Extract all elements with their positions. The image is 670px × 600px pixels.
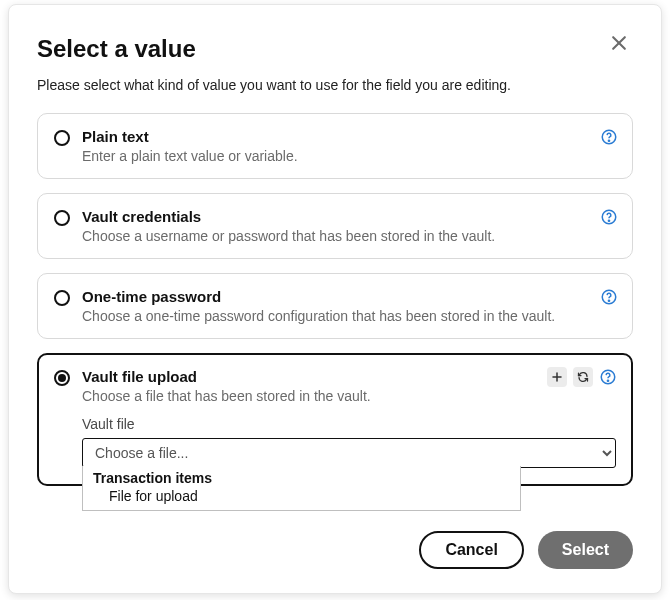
select-button[interactable]: Select	[538, 531, 633, 569]
modal-header: Select a value	[37, 29, 633, 77]
help-icon[interactable]	[600, 208, 618, 226]
option-vault-credentials[interactable]: Vault credentials Choose a username or p…	[37, 193, 633, 259]
option-one-time-password[interactable]: One-time password Choose a one-time pass…	[37, 273, 633, 339]
option-plain-text[interactable]: Plain text Enter a plain text value or v…	[37, 113, 633, 179]
help-icon[interactable]	[600, 288, 618, 306]
svg-point-5	[608, 220, 609, 221]
plus-icon	[551, 371, 563, 383]
cancel-button[interactable]: Cancel	[419, 531, 523, 569]
vault-file-section: Vault file Choose a file...	[54, 416, 616, 468]
option-desc: Choose a one-time password configuration…	[82, 308, 616, 324]
help-icon[interactable]	[600, 128, 618, 146]
option-desc: Choose a username or password that has b…	[82, 228, 616, 244]
select-value-modal: Select a value Please select what kind o…	[8, 4, 662, 594]
vault-file-dropdown: Transaction items File for upload	[82, 466, 521, 511]
radio-vault-file-upload[interactable]	[54, 370, 70, 386]
refresh-button[interactable]	[573, 367, 593, 387]
option-title: Plain text	[82, 128, 616, 145]
dropdown-group: Transaction items	[83, 466, 520, 486]
close-icon	[609, 33, 629, 53]
option-vault-file-upload[interactable]: Vault file upload Choose a file that has…	[37, 353, 633, 486]
add-button[interactable]	[547, 367, 567, 387]
option-desc: Enter a plain text value or variable.	[82, 148, 616, 164]
svg-point-3	[608, 140, 609, 141]
svg-point-11	[607, 380, 608, 381]
option-desc: Choose a file that has been stored in th…	[82, 388, 616, 404]
radio-vault-credentials[interactable]	[54, 210, 70, 226]
option-title: One-time password	[82, 288, 616, 305]
refresh-icon	[577, 371, 589, 383]
close-button[interactable]	[605, 29, 633, 57]
dropdown-item-file-for-upload[interactable]: File for upload	[83, 486, 520, 510]
vault-file-label: Vault file	[82, 416, 616, 432]
radio-one-time-password[interactable]	[54, 290, 70, 306]
modal-title: Select a value	[37, 35, 196, 63]
help-icon[interactable]	[599, 368, 617, 386]
option-title: Vault file upload	[82, 368, 616, 385]
modal-footer: Cancel Select	[419, 531, 633, 569]
radio-plain-text[interactable]	[54, 130, 70, 146]
svg-point-7	[608, 300, 609, 301]
modal-subtitle: Please select what kind of value you wan…	[37, 77, 633, 93]
option-title: Vault credentials	[82, 208, 616, 225]
option-toolbar	[547, 367, 617, 387]
vault-file-select[interactable]: Choose a file...	[82, 438, 616, 468]
